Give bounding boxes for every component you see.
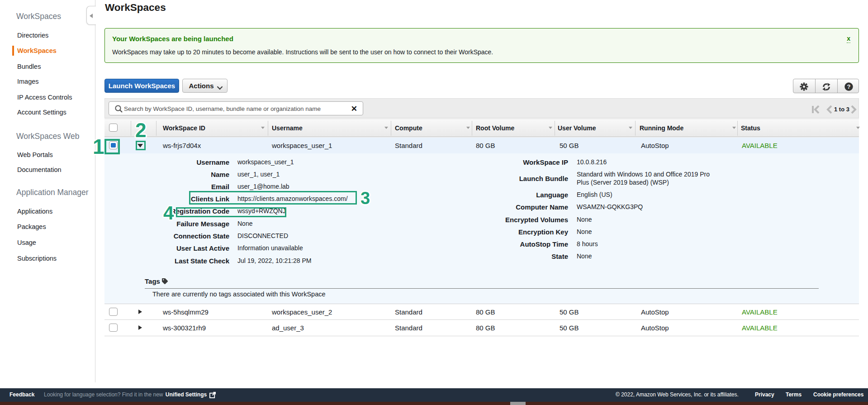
svg-text:?: ? <box>847 83 851 90</box>
